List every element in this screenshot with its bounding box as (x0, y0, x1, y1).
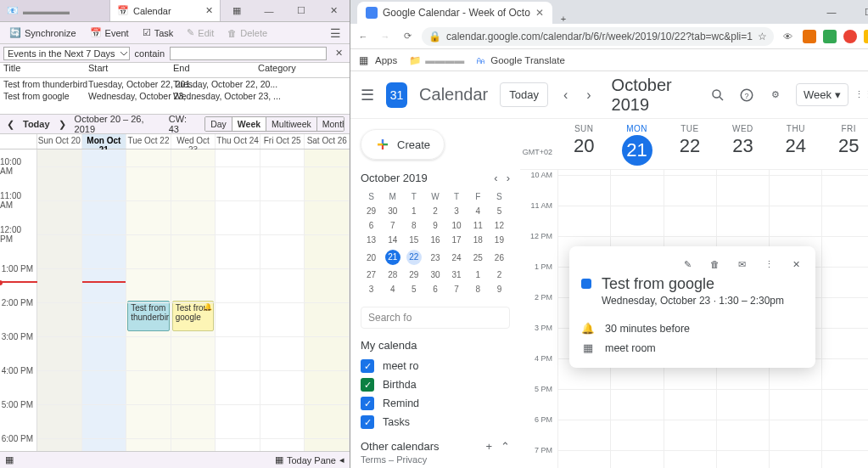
week-grid[interactable]: 10:00 AM11:00 AM12:00 PM1:00 PM2:00 PM3:… (0, 149, 350, 451)
bookmark-translate[interactable]: 🗛 Google Translate (476, 55, 565, 65)
star-icon[interactable]: ☆ (758, 31, 767, 42)
maximize-button[interactable]: ☐ (850, 0, 868, 24)
minical-day[interactable]: 14 (382, 233, 403, 247)
extension-icon[interactable] (843, 30, 857, 43)
address-bar[interactable]: 🔒 calendar.google.com/calendar/b/6/r/wee… (422, 27, 774, 46)
more-icon[interactable]: ⋮ (761, 257, 776, 272)
minical-day[interactable]: 1 (403, 204, 424, 218)
minical-day[interactable]: 29 (361, 204, 382, 218)
col-category[interactable]: Category (258, 63, 346, 77)
close-popup-icon[interactable]: ✕ (788, 257, 804, 272)
tab-calendar[interactable]: 📅 Calendar ✕ (110, 0, 221, 21)
delete-button[interactable]: 🗑 Delete (221, 25, 273, 41)
new-tab-button[interactable]: + (552, 14, 574, 24)
minical-day[interactable]: 2 (424, 204, 445, 218)
filter-range-select[interactable]: Events in the Next 7 Days (3, 47, 130, 60)
minical-prev[interactable]: ‹ (494, 172, 497, 184)
minical-day[interactable]: 7 (446, 282, 468, 296)
minical-day[interactable]: 12 (489, 218, 510, 233)
gcal-logo[interactable]: 31 (386, 82, 407, 108)
minical-day[interactable]: 9 (489, 282, 510, 296)
calendar-toggle[interactable]: ✓Remind (361, 394, 510, 413)
minical-day[interactable]: 25 (468, 247, 489, 268)
gcal-day-header[interactable]: SUN20 (557, 119, 610, 169)
col-start[interactable]: Start (88, 63, 173, 77)
mini-calendar[interactable]: SMTWTFS 29301234567891011121314151617181… (361, 189, 510, 296)
minical-day[interactable]: 6 (424, 282, 445, 296)
minical-day[interactable]: 3 (361, 282, 382, 296)
gcal-day-header[interactable]: THU24 (770, 119, 822, 169)
view-month[interactable]: Month (316, 117, 344, 131)
footer-links[interactable]: Terms – Privacy (361, 454, 427, 465)
gcal-day-header[interactable]: WED23 (716, 119, 769, 169)
minical-day[interactable]: 18 (468, 233, 489, 247)
day-header[interactable]: Thu Oct 24 (216, 134, 260, 149)
minical-day[interactable]: 30 (424, 268, 445, 282)
eye-icon[interactable]: 👁 (781, 31, 796, 42)
new-tab-button[interactable]: ▦ (221, 0, 253, 21)
bookmark-apps[interactable]: ▦ Apps (359, 54, 397, 66)
day-column-wed[interactable]: 🔔 Test from google (171, 149, 216, 451)
day-column-fri[interactable] (260, 149, 305, 451)
minical-day[interactable]: 8 (468, 282, 489, 296)
reload-button[interactable]: ⟳ (400, 31, 415, 42)
minical-day[interactable]: 4 (468, 204, 489, 218)
minimize-button[interactable]: — (813, 0, 850, 24)
filter-search-input[interactable] (170, 47, 327, 60)
next-period-button[interactable]: ❯ (57, 119, 68, 130)
hamburger-icon[interactable]: ☰ (361, 86, 374, 104)
day-column-tue[interactable]: Test from thunderbird (126, 149, 171, 451)
minical-day[interactable]: 9 (424, 218, 445, 233)
close-tab-icon[interactable]: ✕ (535, 7, 544, 19)
calendar-toggle[interactable]: ✓Birthda (361, 375, 510, 394)
view-day[interactable]: Day (205, 117, 232, 131)
view-multiweek[interactable]: Multiweek (266, 117, 316, 131)
minical-next[interactable]: › (507, 172, 510, 184)
day-header[interactable]: Sun Oct 20 (37, 134, 82, 149)
minical-day[interactable]: 5 (403, 282, 424, 296)
minical-day[interactable]: 15 (403, 233, 424, 247)
prev-week-button[interactable]: ‹ (560, 87, 571, 103)
menu-icon[interactable]: ☰ (325, 25, 346, 42)
minical-day[interactable]: 16 (424, 233, 445, 247)
day-column-sat[interactable] (305, 149, 350, 451)
edit-button[interactable]: ✎ Edit (181, 25, 220, 41)
add-calendar-icon[interactable]: + (485, 440, 492, 453)
calendar-toggle[interactable]: ✓Tasks (361, 413, 510, 431)
settings-icon[interactable]: ⚙ (767, 87, 784, 104)
event-google[interactable]: 🔔 Test from google (172, 301, 215, 331)
minical-day[interactable]: 21 (382, 247, 403, 268)
minical-day[interactable]: 7 (382, 218, 403, 233)
gcal-day-header[interactable]: FRI25 (822, 119, 868, 169)
tab-mail[interactable]: 📧 ▬▬▬▬▬ (0, 0, 110, 21)
day-header[interactable]: Fri Oct 25 (260, 134, 305, 149)
search-people-input[interactable]: Search fo (361, 307, 510, 329)
day-column-sun[interactable] (37, 149, 82, 451)
day-header[interactable]: Sat Oct 26 (305, 134, 350, 149)
col-title[interactable]: Title (3, 63, 88, 77)
minical-day[interactable]: 29 (403, 268, 424, 282)
delete-icon[interactable]: 🗑 (707, 257, 722, 272)
minical-day[interactable]: 23 (424, 247, 445, 268)
minical-day[interactable]: 22 (403, 247, 424, 268)
gcol-fri[interactable] (821, 170, 868, 468)
minical-day[interactable]: 13 (361, 233, 382, 247)
view-select[interactable]: Week ▾ (796, 83, 848, 106)
minical-day[interactable]: 27 (361, 268, 382, 282)
today-button[interactable]: Today (23, 119, 50, 129)
minical-day[interactable]: 11 (468, 218, 489, 233)
collapse-icon[interactable]: ⌃ (501, 440, 510, 453)
today-pane-toggle[interactable]: ▦ Today Pane ◂ (275, 454, 344, 465)
view-week[interactable]: Week (232, 117, 266, 131)
back-button[interactable]: ← (356, 31, 371, 42)
extension-icon[interactable] (803, 30, 816, 43)
extension-icon[interactable] (864, 30, 868, 43)
prev-period-button[interactable]: ❮ (5, 119, 16, 130)
create-button[interactable]: Create (361, 129, 445, 160)
forward-button[interactable]: → (378, 31, 393, 42)
minical-day[interactable]: 1 (468, 268, 489, 282)
synchronize-button[interactable]: 🔄 Synchronize (3, 25, 82, 41)
close-icon[interactable]: ✕ (205, 5, 213, 16)
day-header[interactable]: Wed Oct 23 (171, 134, 216, 149)
new-task-button[interactable]: ☑ Task (137, 25, 180, 41)
